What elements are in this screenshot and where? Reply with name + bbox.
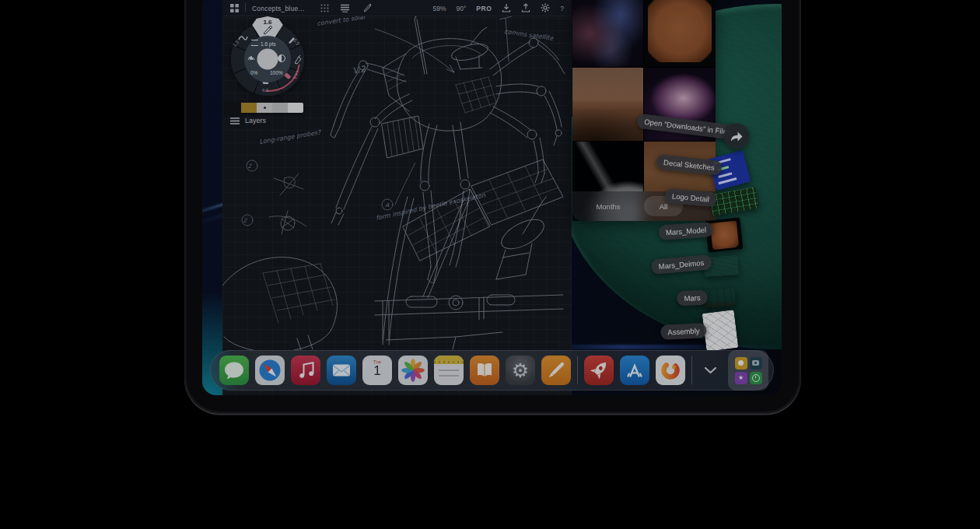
- zoom-level[interactable]: 59%: [432, 5, 446, 12]
- contrast-icon: [278, 54, 285, 62]
- swatch-gold[interactable]: [241, 103, 257, 113]
- layers-button[interactable]: Layers: [230, 117, 266, 124]
- ipad-device: Concepts_blue… 59% 90° PRO: [184, 0, 801, 414]
- chevron-down-icon: [705, 367, 716, 373]
- annotation-version: V.2: [352, 64, 367, 76]
- import-icon[interactable]: [502, 3, 511, 12]
- annotation-probes: Long-range probes?: [259, 129, 322, 145]
- selection-lines-icon[interactable]: [340, 4, 350, 12]
- pen-tool-icon[interactable]: [362, 3, 372, 12]
- opacity-min-label: 0%: [250, 70, 257, 75]
- toolbar-divider: [245, 3, 246, 12]
- gear-icon: ⚙: [512, 359, 529, 382]
- share-arrow-button[interactable]: [724, 124, 750, 149]
- photo-thumbnail-mars-globe[interactable]: [644, 0, 716, 67]
- drag-item-label[interactable]: Assembly: [660, 323, 707, 340]
- calendar-day: 1: [362, 364, 392, 379]
- dock-separator: [577, 356, 578, 384]
- photo-thumbnail-mars-hill[interactable]: [572, 68, 643, 141]
- dock-separator: [691, 356, 692, 384]
- dock-app-store-icon[interactable]: [620, 356, 649, 385]
- tool-wheel-inner[interactable]: 1.6 pts 0% 100%: [244, 36, 291, 82]
- rotation-value[interactable]: 90°: [456, 5, 466, 12]
- drag-item-label[interactable]: Mars: [677, 289, 708, 306]
- dock-music-icon[interactable]: [291, 356, 320, 385]
- dock-linea-sketch-icon[interactable]: [541, 356, 571, 385]
- export-icon[interactable]: [521, 3, 530, 12]
- tab-months[interactable]: Months: [586, 191, 630, 221]
- wallpaper-horizon-glow: [537, 345, 782, 349]
- swatch-gray[interactable]: [272, 103, 288, 113]
- dock-mail-icon[interactable]: [327, 356, 356, 385]
- color-knob[interactable]: [257, 49, 278, 70]
- pen-nib-tool-icon[interactable]: [293, 55, 303, 65]
- annotation-marker-3: A: [386, 202, 390, 208]
- ipad-screen: Concepts_blue… 59% 90° PRO: [202, 0, 782, 395]
- opacity-max-label: 100%: [270, 70, 283, 75]
- ring-size-4: 6.9: [262, 88, 268, 93]
- dock-app-library[interactable]: ★: [728, 350, 768, 391]
- forward-arrow-icon: [730, 131, 744, 142]
- pro-badge[interactable]: PRO: [476, 5, 492, 12]
- app-library-tile-star: ★: [735, 372, 747, 384]
- drag-thumb-assembly[interactable]: [702, 310, 739, 352]
- dock-safari-icon[interactable]: [255, 356, 285, 385]
- brush-tool-icon[interactable]: [238, 35, 248, 41]
- dots-grid-icon[interactable]: [320, 4, 329, 12]
- dock-notes-icon[interactable]: [434, 356, 464, 385]
- app-library-tile-clock: [750, 372, 762, 384]
- photos-app-window[interactable]: Months All: [572, 0, 716, 221]
- annotation-comms-satellite: comms satellite: [504, 28, 555, 42]
- stroke-width-icon: [251, 40, 258, 46]
- smoothing-icon: [247, 54, 255, 62]
- annotation-marker-2: 2: [243, 218, 247, 224]
- dock-collapse-chevron[interactable]: [698, 356, 722, 385]
- swatch-white[interactable]: [288, 103, 303, 113]
- settings-gear-icon[interactable]: [541, 3, 550, 12]
- tool-wheel[interactable]: 1.6 1.3 5.5 14.5 6.9 1.6 pts 0% 100%: [231, 23, 304, 96]
- layers-label: Layers: [245, 117, 266, 124]
- dock-books-icon[interactable]: [470, 356, 499, 385]
- layers-menu-icon: [230, 117, 240, 124]
- concepts-toolbar: Concepts_blue… 59% 90° PRO: [222, 0, 572, 16]
- dock-calendar-icon[interactable]: Tue 1: [362, 356, 392, 385]
- swatch-selection-dot: [264, 107, 266, 109]
- app-grid-icon[interactable]: [230, 4, 239, 12]
- dock-concepts-icon[interactable]: [656, 356, 685, 385]
- stroke-size-label: 1.6 pts: [261, 41, 276, 47]
- app-library-tile-yellow: [735, 357, 747, 370]
- help-button[interactable]: ?: [560, 5, 564, 12]
- concepts-app-window[interactable]: Concepts_blue… 59% 90° PRO: [222, 0, 572, 395]
- dock-settings-icon[interactable]: ⚙: [506, 356, 535, 385]
- annotation-convert-to-solar: convert to solar: [317, 16, 367, 27]
- dock-photos-icon[interactable]: [398, 356, 428, 385]
- app-library-tile-camera: [750, 357, 762, 370]
- active-tool-size: 1.6: [251, 19, 284, 26]
- dock-messages-icon[interactable]: [219, 356, 249, 385]
- document-title[interactable]: Concepts_blue…: [252, 5, 305, 12]
- annotation-marker-1: 2: [248, 163, 252, 170]
- dock-rocket-app-icon[interactable]: [584, 356, 614, 385]
- dock: Tue 1 ⚙: [210, 350, 774, 391]
- drag-thumb-mars[interactable]: [703, 288, 737, 308]
- marker-tool-icon[interactable]: [287, 35, 296, 44]
- photo-thumbnail-nebula[interactable]: [572, 0, 643, 67]
- swatch-black[interactable]: [226, 103, 241, 113]
